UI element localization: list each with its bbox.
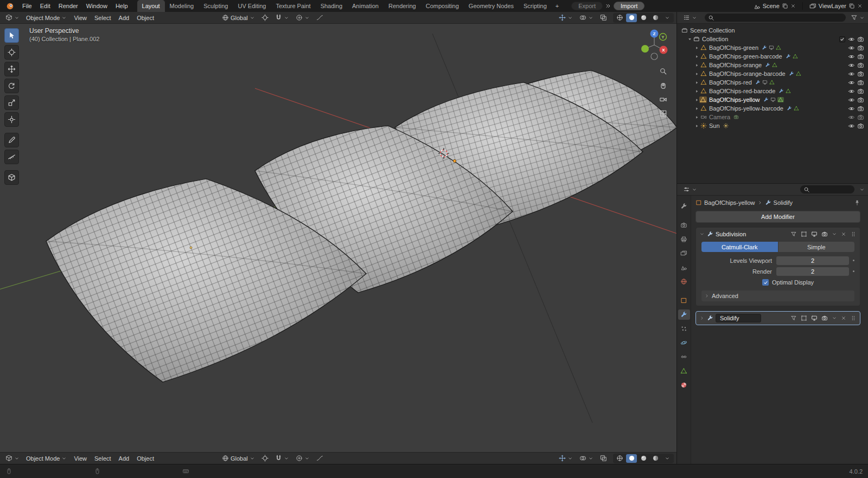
render-toggle-icon[interactable] (821, 315, 828, 321)
solidify-panel-header[interactable]: Solidify (696, 312, 860, 325)
tab-shading[interactable]: Shading (316, 0, 347, 12)
tab-object-data[interactable] (678, 366, 690, 376)
shading-material-button[interactable] (638, 454, 649, 463)
drag-grip-icon[interactable] (850, 315, 857, 321)
menu-add[interactable]: Add (116, 455, 133, 462)
outliner-item[interactable]: BagOfChips-red (678, 78, 867, 87)
xray-toggle[interactable] (597, 14, 610, 22)
properties-search-input[interactable] (800, 185, 854, 193)
menu-edit[interactable]: Edit (36, 0, 54, 12)
show-gizmo-dropdown[interactable] (556, 454, 576, 462)
expand-icon[interactable] (694, 80, 699, 85)
collapse-icon[interactable] (699, 231, 705, 237)
shading-wireframe-button[interactable] (614, 14, 625, 22)
camera-view-icon[interactable] (659, 95, 667, 104)
outliner-item-active[interactable]: BagOfChips-yellow (678, 95, 867, 104)
shading-material-button[interactable] (638, 14, 649, 22)
transform-orientation-dropdown[interactable]: Global (219, 454, 258, 462)
menu-help[interactable]: Help (112, 0, 132, 12)
expand-icon[interactable] (694, 98, 699, 102)
hide-eye-icon[interactable] (848, 122, 855, 130)
annotate-tool[interactable] (4, 133, 19, 147)
snap-toggle[interactable] (272, 14, 292, 22)
collection-row[interactable]: Collection (678, 35, 867, 43)
snap-target-button[interactable] (259, 14, 271, 22)
tab-tool[interactable] (678, 201, 690, 211)
editor-type-button[interactable] (680, 185, 700, 193)
on-cage-toggle-icon[interactable] (790, 231, 797, 237)
disable-render-icon[interactable] (857, 62, 864, 69)
tab-compositing[interactable]: Compositing (421, 0, 464, 12)
filter-icon[interactable] (851, 14, 858, 21)
tab-modifiers[interactable] (678, 309, 690, 320)
3d-viewport[interactable]: User Perspective (40) Collection | Plane… (0, 24, 676, 452)
delete-modifier-icon[interactable] (841, 231, 846, 237)
hide-eye-icon[interactable] (848, 105, 855, 112)
tab-modeling[interactable]: Modeling (165, 0, 199, 12)
shading-solid-button[interactable] (626, 454, 637, 463)
menu-render[interactable]: Render (55, 0, 82, 12)
add-cube-tool[interactable] (4, 170, 19, 185)
modifier-name-field[interactable]: Solidify (716, 314, 761, 322)
hide-eye-icon[interactable] (848, 62, 855, 69)
edit-mode-toggle-icon[interactable] (801, 231, 807, 237)
extras-chevron-icon[interactable] (832, 231, 837, 237)
hide-eye-icon[interactable] (848, 44, 855, 51)
menu-add[interactable]: Add (116, 14, 133, 22)
tab-layout[interactable]: Layout (137, 0, 165, 12)
outliner-item[interactable]: BagOfChips-orange (678, 61, 867, 69)
disable-render-icon[interactable] (857, 53, 864, 60)
hide-eye-icon[interactable] (848, 88, 855, 95)
modifier-name[interactable]: Subdivision (716, 231, 746, 237)
expand-icon[interactable] (694, 115, 699, 120)
drag-grip-icon[interactable] (850, 231, 857, 237)
simple-button[interactable]: Simple (778, 242, 855, 252)
subdivision-panel-header[interactable]: Subdivision (696, 228, 860, 241)
scale-tool[interactable] (4, 95, 19, 110)
cursor-tool[interactable] (4, 45, 19, 60)
disable-render-icon[interactable] (857, 105, 864, 112)
tab-material[interactable] (678, 380, 690, 390)
mode-dropdown[interactable]: Object Mode (23, 14, 69, 22)
menu-window[interactable]: Window (82, 0, 111, 12)
tab-render[interactable] (678, 220, 690, 230)
outliner-item[interactable]: BagOfChips-yellow-barcode (678, 104, 867, 113)
proportional-falloff-button[interactable] (314, 14, 326, 22)
tab-scripting[interactable]: Scripting (519, 0, 552, 12)
transform-orientation-dropdown[interactable]: Global (219, 14, 258, 22)
tab-animation[interactable]: Animation (347, 0, 384, 12)
tab-output[interactable] (678, 234, 690, 244)
add-workspace-button[interactable]: + (552, 0, 563, 12)
mode-dropdown[interactable]: Object Mode (23, 455, 69, 462)
snap-toggle[interactable] (272, 454, 292, 462)
disable-render-icon[interactable] (857, 70, 864, 77)
new-scene-icon[interactable] (782, 3, 788, 9)
proportional-editing-toggle[interactable] (293, 454, 312, 462)
menu-file[interactable]: File (18, 0, 36, 12)
render-toggle-icon[interactable] (821, 231, 828, 237)
hide-eye-icon[interactable] (848, 96, 855, 104)
neg-y-axis-ball[interactable] (641, 45, 649, 53)
advanced-subpanel[interactable]: Advanced (701, 290, 854, 301)
outliner-search-input[interactable] (705, 14, 846, 22)
move-tool[interactable] (4, 62, 19, 76)
extras-chevron-icon[interactable] (832, 315, 837, 321)
disable-render-icon[interactable] (857, 114, 864, 121)
overlays-dropdown[interactable] (577, 14, 596, 22)
outliner-item[interactable]: Sun (678, 121, 867, 130)
menu-view[interactable]: View (71, 14, 90, 22)
tab-particles[interactable] (678, 324, 690, 334)
shading-rendered-button[interactable] (650, 454, 661, 463)
hide-eye-icon[interactable] (848, 36, 855, 43)
hide-eye-icon[interactable] (848, 114, 855, 121)
tab-scene[interactable] (678, 262, 690, 273)
shading-rendered-button[interactable] (650, 14, 661, 22)
tab-physics[interactable] (678, 338, 690, 348)
orthographic-toggle-icon[interactable] (659, 109, 667, 118)
menu-object[interactable]: Object (133, 455, 157, 462)
expand-icon[interactable] (694, 106, 699, 111)
expand-icon[interactable] (694, 54, 699, 59)
on-cage-toggle-icon[interactable] (790, 315, 797, 321)
outliner-item[interactable]: BagOfChips-orange-barcode (678, 69, 867, 78)
chevron-down-icon[interactable] (859, 15, 865, 21)
